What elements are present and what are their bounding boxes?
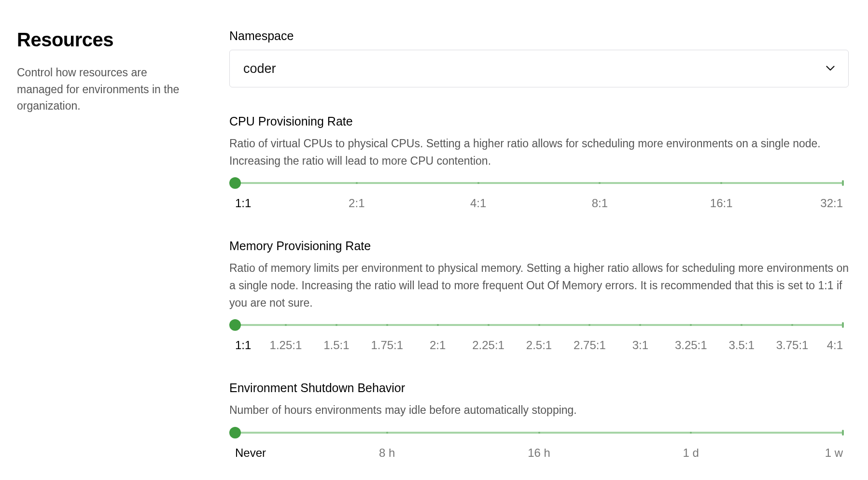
memory-slider-thumb[interactable]	[229, 319, 241, 331]
memory-slider-tick	[791, 324, 793, 326]
memory-slider-tick	[639, 324, 641, 326]
memory-slider-tick	[538, 324, 540, 326]
settings-form: Namespace coder CPU Provisioning Rate Ra…	[215, 29, 849, 462]
memory-slider-option[interactable]: 3:1	[632, 339, 648, 352]
namespace-select[interactable]: coder	[229, 50, 849, 87]
memory-slider-tick	[690, 324, 692, 326]
page-title: Resources	[17, 29, 186, 51]
cpu-rate-slider[interactable]: 1:12:14:18:116:132:1	[229, 182, 849, 212]
memory-slider-tick	[488, 324, 490, 326]
memory-slider-labels: 1:11.25:11.5:11.75:12:12.25:12.5:12.75:1…	[235, 339, 843, 354]
memory-slider-tick	[386, 324, 388, 326]
memory-slider-option[interactable]: 3.5:1	[728, 339, 754, 352]
cpu-slider-labels: 1:12:14:18:116:132:1	[235, 197, 843, 212]
memory-slider-option[interactable]: 2.5:1	[526, 339, 552, 352]
namespace-value: coder	[243, 61, 276, 76]
memory-rate-label: Memory Provisioning Rate	[229, 239, 849, 253]
sidebar: Resources Control how resources are mana…	[17, 29, 215, 462]
cpu-slider-option[interactable]: 1:1	[235, 197, 251, 210]
memory-slider-option[interactable]: 2.75:1	[574, 339, 606, 352]
shutdown-slider-track[interactable]	[235, 432, 843, 434]
shutdown-slider-tick	[842, 430, 844, 436]
shutdown-slider-tick	[690, 432, 692, 434]
cpu-rate-field: CPU Provisioning Rate Ratio of virtual C…	[229, 114, 849, 212]
page-description: Control how resources are managed for en…	[17, 64, 186, 114]
cpu-slider-option[interactable]: 16:1	[710, 197, 733, 210]
cpu-slider-track[interactable]	[235, 182, 843, 184]
cpu-slider-option[interactable]: 2:1	[349, 197, 364, 210]
shutdown-slider-option[interactable]: 8 h	[379, 446, 395, 460]
memory-slider-option[interactable]: 1.25:1	[270, 339, 302, 352]
shutdown-slider-tick	[538, 432, 540, 434]
shutdown-field: Environment Shutdown Behavior Number of …	[229, 381, 849, 462]
memory-slider-tick	[842, 322, 844, 328]
shutdown-description: Number of hours environments may idle be…	[229, 402, 849, 419]
shutdown-slider-option[interactable]: 16 h	[528, 446, 550, 460]
cpu-slider-thumb[interactable]	[229, 177, 241, 189]
shutdown-label: Environment Shutdown Behavior	[229, 381, 849, 395]
shutdown-slider[interactable]: Never8 h16 h1 d1 w	[229, 432, 849, 462]
shutdown-slider-option[interactable]: 1 w	[825, 446, 843, 460]
memory-rate-description: Ratio of memory limits per environment t…	[229, 260, 849, 311]
memory-slider-tick	[336, 324, 337, 326]
memory-slider-option[interactable]: 3.75:1	[776, 339, 809, 352]
cpu-slider-option[interactable]: 32:1	[820, 197, 843, 210]
shutdown-slider-thumb[interactable]	[229, 427, 241, 438]
chevron-down-icon	[826, 64, 835, 73]
memory-slider-option[interactable]: 4:1	[827, 339, 843, 352]
memory-slider-option[interactable]: 1.5:1	[323, 339, 349, 352]
namespace-label: Namespace	[229, 29, 849, 43]
memory-slider-option[interactable]: 3.25:1	[675, 339, 707, 352]
namespace-field: Namespace coder	[229, 29, 849, 87]
memory-slider-option[interactable]: 1:1	[235, 339, 251, 352]
shutdown-slider-labels: Never8 h16 h1 d1 w	[235, 446, 843, 462]
memory-slider-tick	[285, 324, 287, 326]
cpu-slider-tick	[356, 182, 358, 184]
memory-slider-option[interactable]: 2.25:1	[472, 339, 504, 352]
shutdown-slider-option[interactable]: 1 d	[683, 446, 699, 460]
memory-slider-option[interactable]: 1.75:1	[371, 339, 403, 352]
memory-rate-field: Memory Provisioning Rate Ratio of memory…	[229, 239, 849, 354]
shutdown-slider-option[interactable]: Never	[235, 446, 266, 460]
memory-slider-option[interactable]: 2:1	[430, 339, 446, 352]
cpu-slider-tick	[599, 182, 601, 184]
cpu-slider-option[interactable]: 4:1	[470, 197, 486, 210]
shutdown-slider-tick	[386, 432, 388, 434]
cpu-rate-description: Ratio of virtual CPUs to physical CPUs. …	[229, 135, 849, 169]
memory-slider-tick	[437, 324, 439, 326]
cpu-slider-option[interactable]: 8:1	[592, 197, 608, 210]
memory-slider-track[interactable]	[235, 324, 843, 326]
cpu-slider-tick	[842, 180, 844, 186]
cpu-slider-tick	[720, 182, 722, 184]
cpu-rate-label: CPU Provisioning Rate	[229, 114, 849, 128]
memory-slider-tick	[741, 324, 742, 326]
memory-rate-slider[interactable]: 1:11.25:11.5:11.75:12:12.25:12.5:12.75:1…	[229, 324, 849, 354]
memory-slider-tick	[588, 324, 590, 326]
cpu-slider-tick	[477, 182, 479, 184]
